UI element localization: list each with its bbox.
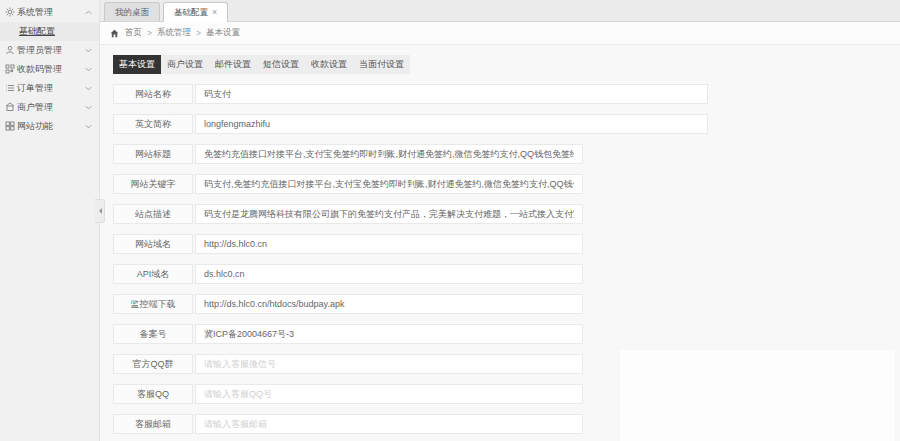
sidebar-item-label: 系统管理 (17, 7, 53, 17)
breadcrumb-separator: > (147, 28, 152, 38)
sidebar-item-label: 订单管理 (17, 83, 53, 93)
sidebar-item-label: 管理员管理 (17, 45, 62, 55)
tab-basic-config[interactable]: 基础配置× (163, 2, 228, 22)
form-row: 网站域名 (113, 234, 900, 254)
tab-mail-settings[interactable]: 邮件设置 (209, 55, 257, 74)
form-row: 站点描述 (113, 204, 900, 224)
official-qq-group-input[interactable] (195, 354, 583, 374)
field-label: 网站名称 (113, 84, 193, 104)
qrcode-icon (5, 64, 15, 74)
tab-my-desktop[interactable]: 我的桌面 (104, 2, 160, 21)
field-label: 网站标题 (113, 144, 193, 164)
service-qq-input[interactable] (195, 384, 583, 404)
form-row: 客服QQ (113, 384, 900, 404)
field-label: 站点描述 (113, 204, 193, 224)
admin-user-icon (5, 45, 15, 55)
field-label: 客服QQ (113, 384, 193, 404)
sidebar-item-merchant-management[interactable]: 商户管理 (0, 98, 99, 117)
main-content: 基本设置 商户设置 邮件设置 短信设置 收款设置 当面付设置 网站名称 英文简称… (100, 45, 900, 441)
sidebar-item-qrcode-management[interactable]: 收款码管理 (0, 60, 99, 79)
sidebar-item-label: 网站功能 (17, 121, 53, 131)
tab-f2f-pay-settings[interactable]: 当面付设置 (353, 55, 410, 74)
field-label: 网站关键字 (113, 174, 193, 194)
form-row: 网站标题 (113, 144, 900, 164)
sidebar-item-site-features[interactable]: 网站功能 (0, 117, 99, 136)
form-row: 客服邮箱 (113, 414, 900, 434)
sidebar-collapse-handle[interactable] (95, 199, 105, 223)
field-label: 备案号 (113, 324, 193, 344)
field-label: 官方QQ群 (113, 354, 193, 374)
chevron-down-icon (84, 65, 93, 74)
tab-payment-settings[interactable]: 收款设置 (305, 55, 353, 74)
api-domain-input[interactable] (195, 264, 583, 284)
field-label: API域名 (113, 264, 193, 284)
field-label: 网站域名 (113, 234, 193, 254)
chevron-up-icon (84, 8, 93, 17)
tab-basic-settings[interactable]: 基本设置 (113, 55, 161, 74)
form-row: 英文简称 (113, 114, 900, 134)
chevron-down-icon (84, 84, 93, 93)
basic-settings-form: 网站名称 英文简称 网站标题 网站关键字 站点描述 网站域名 (113, 84, 900, 441)
sidebar-item-admin-management[interactable]: 管理员管理 (0, 41, 99, 60)
sidebar-item-label: 商户管理 (17, 102, 53, 112)
field-label: 客服邮箱 (113, 414, 193, 434)
field-label: 英文简称 (113, 114, 193, 134)
form-row: API域名 (113, 264, 900, 284)
icp-number-input[interactable] (195, 324, 583, 344)
tab-label: 我的桌面 (115, 7, 149, 17)
form-row: 备案号 (113, 324, 900, 344)
site-name-input[interactable] (195, 84, 708, 104)
form-row: 网站名称 (113, 84, 900, 104)
close-icon[interactable]: × (212, 7, 217, 17)
collapse-arrow-icon (96, 208, 102, 214)
breadcrumb: 首页 > 系统管理 > 基本设置 (100, 22, 900, 45)
form-row: 官方QQ群 (113, 354, 900, 374)
sidebar-item-system-management[interactable]: 系统管理 (0, 3, 99, 22)
tab-merchant-settings[interactable]: 商户设置 (161, 55, 209, 74)
admin-page: 系统管理 基础配置 管理员管理 收款码管理 (0, 0, 900, 441)
site-keywords-input[interactable] (195, 174, 583, 194)
settings-tabs: 基本设置 商户设置 邮件设置 短信设置 收款设置 当面付设置 (113, 55, 410, 74)
merchant-icon (5, 102, 15, 112)
gear-icon (5, 7, 15, 17)
service-email-input[interactable] (195, 414, 583, 434)
sidebar-item-order-management[interactable]: 订单管理 (0, 79, 99, 98)
field-label: 监控端下载 (113, 294, 193, 314)
home-icon (110, 29, 119, 38)
window-tabbar: 我的桌面 基础配置× (100, 0, 900, 22)
tab-sms-settings[interactable]: 短信设置 (257, 55, 305, 74)
tab-label: 基础配置 (174, 7, 208, 17)
site-features-icon (5, 121, 15, 131)
chevron-down-icon (84, 103, 93, 112)
breadcrumb-current: 基本设置 (206, 27, 240, 39)
sidebar: 系统管理 基础配置 管理员管理 收款码管理 (0, 0, 100, 441)
chevron-down-icon (84, 122, 93, 131)
site-domain-input[interactable] (195, 234, 583, 254)
site-description-input[interactable] (195, 204, 583, 224)
sidebar-item-basic-config[interactable]: 基础配置 (0, 22, 99, 41)
sidebar-item-label: 收款码管理 (17, 64, 62, 74)
breadcrumb-home[interactable]: 首页 (125, 27, 142, 39)
chevron-down-icon (84, 46, 93, 55)
breadcrumb-system-management[interactable]: 系统管理 (157, 27, 191, 39)
site-short-name-input[interactable] (195, 114, 708, 134)
form-row: 网站关键字 (113, 174, 900, 194)
orders-icon (5, 83, 15, 93)
form-row: 监控端下载 (113, 294, 900, 314)
site-title-input[interactable] (195, 144, 583, 164)
breadcrumb-separator: > (196, 28, 201, 38)
monitor-download-input[interactable] (195, 294, 583, 314)
